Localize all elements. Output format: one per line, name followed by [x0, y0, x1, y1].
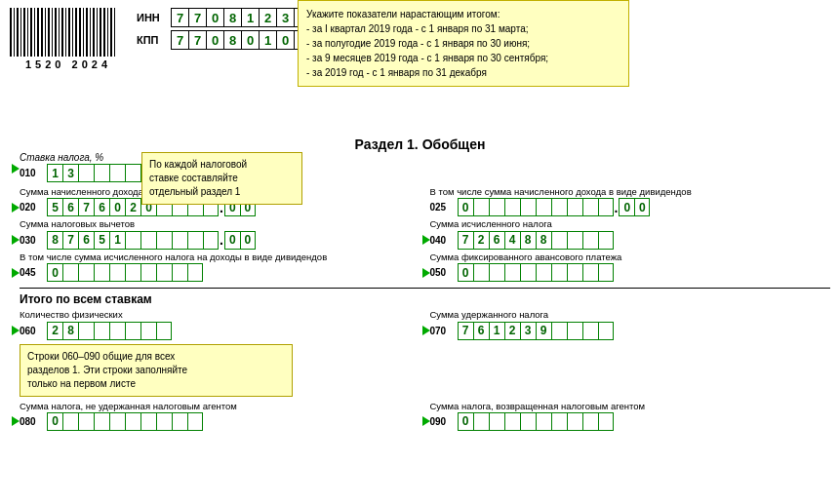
line050-c2 — [489, 263, 504, 282]
divider — [20, 288, 830, 289]
line030-c3: 5 — [94, 231, 109, 250]
line040-c3: 4 — [504, 231, 520, 250]
line025-d1: 0 — [634, 198, 650, 216]
barcode-image — [10, 8, 117, 57]
col-040: Сумма исчисленного налога 040 7 2 6 4 8 … — [430, 218, 831, 251]
line025-decimal: 0 0 — [619, 198, 650, 216]
line025-c2 — [489, 198, 504, 216]
line050-cells: 0 — [458, 263, 614, 282]
line010-cell-3 — [94, 164, 109, 182]
line030-d0: 0 — [224, 231, 240, 250]
barcode-area: 1520 2024 — [10, 8, 127, 70]
line030-c10 — [203, 231, 219, 250]
line030-d1: 0 — [240, 231, 256, 250]
line045-desc: В том числе сумма исчисленного налога на… — [20, 252, 420, 262]
col-060: Количество физических 060 2 8 — [20, 309, 420, 341]
line070-c9 — [598, 322, 614, 340]
line090-c1 — [473, 412, 489, 431]
line070-c8 — [582, 322, 598, 340]
line060-row: 060 2 8 — [20, 322, 420, 340]
stroki-callout-wrapper: Строки 060–090 общие для всех разделов 1… — [20, 344, 830, 397]
line050-row: 050 0 — [430, 263, 831, 282]
line045-c8 — [172, 263, 187, 282]
line070-row: 070 7 6 1 2 3 9 — [430, 322, 831, 340]
line070-c2: 1 — [489, 322, 504, 340]
line010-cell-4 — [109, 164, 125, 182]
line050-desc: Сумма фиксированного авансового платежа — [430, 252, 831, 262]
section-title: Раздел 1. Обобщен — [355, 136, 486, 152]
line080-c4 — [109, 412, 125, 431]
inn-cell-4: 1 — [241, 8, 259, 27]
line040-desc: Сумма исчисленного налога — [430, 218, 831, 229]
line060-c5 — [125, 322, 140, 340]
line025-c4 — [520, 198, 536, 216]
line040-num: 040 — [430, 235, 458, 246]
top-callout: Укажите показатели нарастающим итогом: -… — [298, 0, 629, 87]
line080-cells: 0 — [47, 412, 203, 431]
line020-c1: 6 — [62, 198, 78, 216]
line045-c9 — [187, 263, 203, 282]
line070-num: 070 — [430, 326, 458, 336]
col-030: Сумма налоговых вычетов 030 8 7 6 5 1 — [20, 218, 420, 251]
line050-c1 — [473, 263, 489, 282]
line045-c5 — [125, 263, 140, 282]
line025-c5 — [536, 198, 551, 216]
line045-c7 — [156, 263, 172, 282]
top-callout-line-0: Укажите показатели нарастающим итогом: — [306, 7, 620, 21]
line025-d0: 0 — [619, 198, 634, 216]
line045-c2 — [78, 263, 94, 282]
line030-cells: 8 7 6 5 1 — [47, 231, 219, 250]
line045-c6 — [140, 263, 156, 282]
line025-dot: . — [615, 200, 619, 215]
line040-cells: 7 2 6 4 8 8 — [458, 231, 614, 250]
inn-cell-3: 8 — [223, 8, 241, 27]
line080-c8 — [172, 412, 187, 431]
line090-c6 — [551, 412, 567, 431]
kpp-cell-0: 7 — [171, 30, 188, 50]
line050-c5 — [536, 263, 551, 282]
col-080: Сумма налога, не удержанная налоговым аг… — [20, 401, 420, 433]
line090-c3 — [504, 412, 520, 431]
stavka-callout-line-0: По каждой налоговой — [149, 158, 295, 172]
inn-cell-1: 7 — [188, 8, 206, 27]
line030-desc: Сумма налоговых вычетов — [20, 218, 420, 229]
line020-c5: 2 — [125, 198, 140, 216]
line025-num: 025 — [430, 202, 458, 213]
kpp-cell-1: 7 — [188, 30, 206, 50]
stavka-callout: По каждой налоговой ставке составляйте о… — [141, 152, 302, 205]
line080-c5 — [125, 412, 140, 431]
line030-c6 — [140, 231, 156, 250]
line020-num: 020 — [20, 202, 47, 213]
line030-c4: 1 — [109, 231, 125, 250]
line010-num: 010 — [20, 168, 47, 178]
line060-c4 — [109, 322, 125, 340]
line080-desc: Сумма налога, не удержанная налоговым аг… — [20, 401, 420, 411]
line080-c2 — [78, 412, 94, 431]
row-030-040: Сумма налоговых вычетов 030 8 7 6 5 1 — [20, 218, 830, 251]
line080-row: 080 0 — [20, 412, 420, 431]
line090-desc: Сумма налога, возвращенная налоговым аге… — [430, 401, 831, 411]
top-callout-line-4: - за 2019 год - с 1 января по 31 декабря — [306, 65, 620, 80]
content-area: По каждой налоговой ставке составляйте о… — [10, 152, 830, 433]
stavka-callout-line-2: отдельный раздел 1 — [149, 185, 295, 199]
line030-c8 — [172, 231, 187, 250]
barcode-number: 1520 2024 — [10, 58, 127, 70]
line090-c5 — [536, 412, 551, 431]
stavka-callout-line-1: ставке составляйте — [149, 172, 295, 185]
line030-c9 — [187, 231, 203, 250]
line040-c6 — [551, 231, 567, 250]
inn-cell-5: 2 — [259, 8, 276, 27]
line010-cell-2 — [78, 164, 94, 182]
stavka-marker — [12, 164, 20, 174]
line070-c5: 9 — [536, 322, 551, 340]
line030-dot: . — [220, 232, 223, 248]
row-045-050: В том числе сумма исчисленного налога на… — [20, 252, 830, 284]
line090-marker — [422, 416, 430, 426]
row-080-090: Сумма налога, не удержанная налоговым аг… — [20, 401, 830, 433]
kpp-cell-6: 0 — [276, 30, 294, 50]
line030-row: 030 8 7 6 5 1 — [20, 231, 420, 250]
line040-row: 040 7 2 6 4 8 8 — [430, 231, 831, 250]
line025-cells: 0 — [458, 198, 614, 216]
line080-c7 — [156, 412, 172, 431]
line040-c4: 8 — [520, 231, 536, 250]
